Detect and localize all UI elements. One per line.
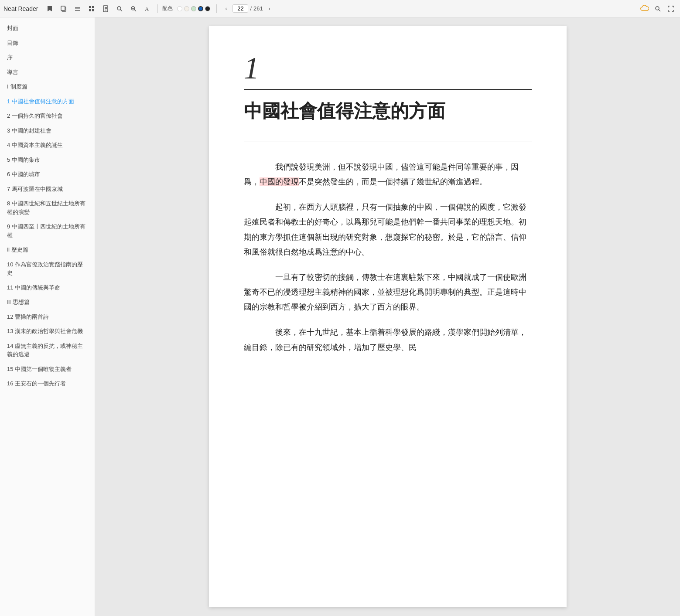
toolbar: Neat Reader A 配色 ‹ / 261 ›	[0, 0, 680, 17]
chapter-number: 1	[244, 52, 532, 84]
sidebar-item-ch16[interactable]: 16 王安石的一個先行者	[0, 376, 95, 391]
svg-text:A: A	[145, 6, 149, 12]
sidebar-item-part1[interactable]: Ⅰ 制度篇	[0, 79, 95, 94]
content-area[interactable]: 1 中國社會值得注意的方面 我們說發現美洲，但不說發現中國，儘管這可能是件同等重…	[95, 17, 680, 616]
paragraph-2: 起初，在西方人頭腦裡，只有一個抽象的中國，一個傳說的國度，它激發起殖民者和傳教士…	[244, 200, 532, 259]
color-cream[interactable]	[184, 6, 189, 11]
svg-point-19	[656, 7, 659, 10]
sidebar-item-intro[interactable]: 導言	[0, 65, 95, 80]
cloud-icon[interactable]	[639, 3, 650, 14]
page-navigation: ‹ / 261 ›	[221, 4, 274, 14]
sidebar-item-ch2[interactable]: 2 一個持久的官僚社會	[0, 109, 95, 123]
divider2	[216, 4, 217, 13]
svg-line-14	[120, 10, 122, 11]
sidebar-item-ch14[interactable]: 14 虛無主義的反抗，或神秘主義的逃避	[0, 339, 95, 362]
sidebar-item-ch1[interactable]: 1 中國社會值得注意的方面	[0, 94, 95, 109]
total-pages: 261	[253, 5, 263, 12]
bookmark-icon[interactable]	[44, 3, 55, 14]
paragraph-1: 我們說發現美洲，但不說發現中國，儘管這可能是件同等重要的事，因爲，中國的發現不是…	[244, 160, 532, 189]
chapter-title: 中國社會值得注意的方面	[244, 99, 532, 124]
sidebar-item-part2[interactable]: Ⅱ 歷史篇	[0, 242, 95, 257]
color-white[interactable]	[177, 6, 182, 11]
copy-icon[interactable]	[58, 3, 69, 14]
sidebar-item-ch6[interactable]: 6 中國的城市	[0, 167, 95, 182]
svg-rect-3	[75, 8, 80, 9]
app-title: Neat Reader	[3, 5, 38, 12]
sidebar-item-cover[interactable]: 封面	[0, 21, 95, 36]
sidebar-item-ch15[interactable]: 15 中國第一個唯物主義者	[0, 362, 95, 377]
color-label: 配色	[162, 5, 173, 12]
paragraph-4: 後來，在十九世紀，基本上循着科學發展的路綫，漢學家們開始列清單，編目錄，除已有的…	[244, 325, 532, 354]
chapter-divider	[244, 142, 532, 142]
svg-rect-1	[61, 6, 65, 10]
svg-rect-5	[89, 6, 91, 8]
sidebar-item-ch13[interactable]: 13 漢末的政治哲學與社會危機	[0, 324, 95, 339]
svg-rect-7	[89, 9, 91, 11]
chapter-number-container: 1	[244, 52, 532, 90]
sidebar-item-ch3[interactable]: 3 中國的封建社會	[0, 123, 95, 138]
svg-line-20	[659, 10, 660, 11]
grid-icon[interactable]	[86, 3, 97, 14]
sidebar-item-ch12[interactable]: 12 曹操的兩首詩	[0, 310, 95, 324]
doc-icon[interactable]	[100, 3, 111, 14]
sidebar-item-toc[interactable]: 目錄	[0, 36, 95, 51]
sidebar-item-ch4[interactable]: 4 中國資本主義的誕生	[0, 138, 95, 153]
search-icon[interactable]	[114, 3, 125, 14]
svg-point-13	[117, 7, 121, 10]
sidebar-item-ch9[interactable]: 9 中國四至十四世紀的土地所有權	[0, 219, 95, 242]
sidebar-item-ch8[interactable]: 8 中國四世紀和五世紀土地所有權的演變	[0, 196, 95, 219]
prev-page-button[interactable]: ‹	[221, 4, 231, 14]
svg-line-16	[134, 10, 136, 11]
page-separator: /	[250, 5, 252, 12]
fullscreen-icon[interactable]	[665, 3, 677, 14]
sidebar: 封面 目錄 序 導言 Ⅰ 制度篇 1 中國社會值得注意的方面 2 一個持久的官僚…	[0, 17, 95, 616]
paragraph-3: 一旦有了較密切的接觸，傳教士在這裏駐紮下來，中國就成了一個使歐洲驚奇不已的浸透理…	[244, 270, 532, 315]
highlight-text: 中國的發現	[260, 177, 299, 186]
sidebar-item-ch5[interactable]: 5 中國的集市	[0, 153, 95, 167]
color-green[interactable]	[191, 6, 196, 11]
sidebar-item-ch7[interactable]: 7 馬可波羅在中國京城	[0, 182, 95, 197]
divider1	[157, 4, 158, 13]
svg-rect-4	[75, 10, 80, 11]
menu-icon[interactable]	[72, 3, 83, 14]
book-page: 1 中國社會值得注意的方面 我們說發現美洲，但不說發現中國，儘管這可能是件同等重…	[209, 26, 567, 607]
next-page-button[interactable]: ›	[265, 4, 274, 14]
color-darkblue[interactable]	[198, 6, 203, 11]
sidebar-item-ch10[interactable]: 10 作為官僚政治實踐指南的歷史	[0, 257, 95, 280]
svg-rect-2	[75, 7, 80, 8]
svg-rect-8	[92, 9, 94, 11]
page-number-input[interactable]	[232, 4, 248, 13]
color-black[interactable]	[205, 6, 210, 11]
search-right-icon[interactable]	[652, 3, 663, 14]
sidebar-item-ch11[interactable]: 11 中國的傳統與革命	[0, 280, 95, 295]
main-area: 封面 目錄 序 導言 Ⅰ 制度篇 1 中國社會值得注意的方面 2 一個持久的官僚…	[0, 17, 680, 616]
font-icon[interactable]: A	[142, 3, 153, 14]
color-picker	[177, 6, 210, 11]
search2-icon[interactable]	[128, 3, 139, 14]
right-toolbar	[639, 3, 677, 14]
svg-rect-6	[92, 6, 94, 8]
sidebar-item-preface[interactable]: 序	[0, 50, 95, 65]
sidebar-item-part3[interactable]: Ⅲ 思想篇	[0, 295, 95, 310]
